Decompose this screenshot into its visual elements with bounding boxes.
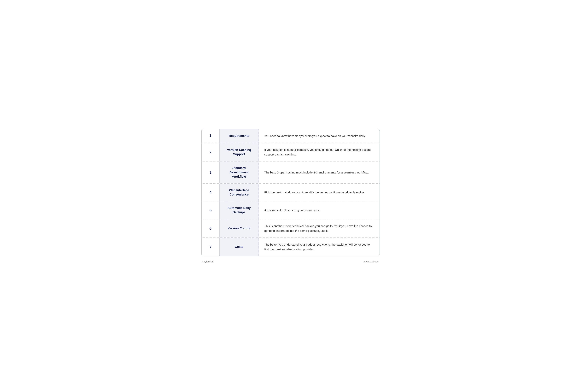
row-description: Pick the host that allows you to modify …: [259, 184, 380, 201]
row-description: A backup is the fastest way to fix any i…: [259, 201, 380, 219]
main-table: 1RequirementsYou need to know how many v…: [201, 129, 380, 256]
row-number: 5: [202, 201, 220, 219]
table-row: 1RequirementsYou need to know how many v…: [202, 129, 380, 143]
table-row: 7CostsThe better you understand your bud…: [202, 238, 380, 256]
footer-brand-right: anyforsoft.com: [363, 260, 379, 263]
table-row: 6Version ControlThis is another, more te…: [202, 219, 380, 238]
page-wrapper: 1RequirementsYou need to know how many v…: [201, 129, 380, 263]
row-description: You need to know how many visitors you e…: [259, 129, 380, 143]
row-number: 1: [202, 129, 220, 143]
row-label: Web Interface Convenience: [220, 184, 259, 201]
row-label: Standard Development Workflow: [220, 162, 259, 183]
row-label: Version Control: [220, 219, 259, 238]
row-number: 4: [202, 184, 220, 201]
row-number: 2: [202, 143, 220, 161]
row-number: 7: [202, 238, 220, 256]
row-label: Costs: [220, 238, 259, 256]
row-label: Varnish Caching Support: [220, 143, 259, 161]
table-row: 2Varnish Caching SupportIf your solution…: [202, 143, 380, 162]
table-row: 3Standard Development WorkflowThe best D…: [202, 162, 380, 184]
row-description: If your solution is huge & complex, you …: [259, 143, 380, 161]
footer-brand-left: AnyforSoft: [202, 260, 214, 263]
footer: AnyforSoft anyforsoft.com: [201, 260, 380, 263]
table-row: 5Automatic Daily BackupsA backup is the …: [202, 201, 380, 219]
row-description: The best Drupal hosting must include 2-3…: [259, 162, 380, 183]
row-description: This is another, more technical backup y…: [259, 219, 380, 238]
table-row: 4Web Interface ConveniencePick the host …: [202, 184, 380, 202]
row-number: 6: [202, 219, 220, 238]
row-label: Requirements: [220, 129, 259, 143]
row-description: The better you understand your budget re…: [259, 238, 380, 256]
row-label: Automatic Daily Backups: [220, 201, 259, 219]
row-number: 3: [202, 162, 220, 183]
